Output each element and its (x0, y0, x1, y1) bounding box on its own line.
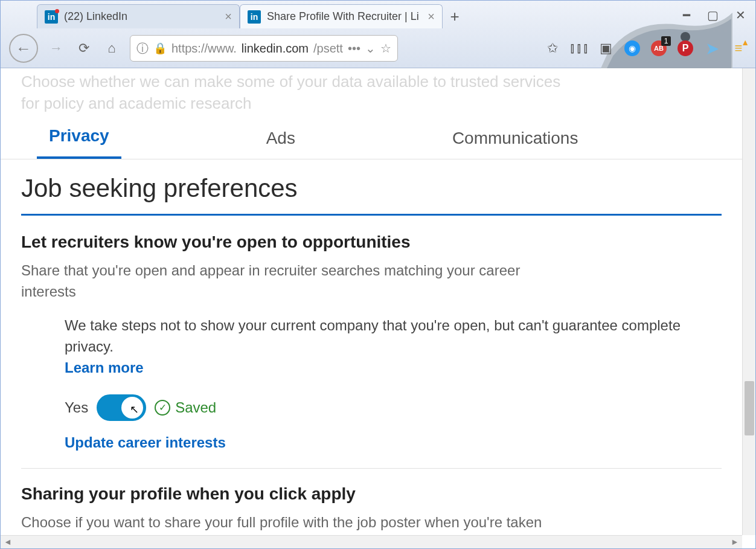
library-star-icon[interactable]: ✩ (544, 40, 561, 57)
tab-label: Share Profile With Recruiter | Li (267, 10, 421, 23)
close-tab-icon[interactable]: × (428, 10, 435, 24)
toggle-knob (121, 397, 143, 419)
nav-toolbar: ← → ⟳ ⌂ ⓘ 🔒 https://www.linkedin.com/pse… (1, 28, 755, 68)
url-host: linkedin.com (242, 42, 309, 56)
section-open-opportunities-title: Let recruiters know you're open to oppor… (21, 233, 722, 252)
scrollbar-thumb[interactable] (745, 381, 754, 435)
horizontal-scrollbar[interactable]: ◄ ► (1, 535, 742, 548)
url-path: /psett (313, 42, 343, 56)
close-tab-icon[interactable]: × (225, 10, 232, 24)
tab-ads[interactable]: Ads (254, 129, 307, 159)
saved-label: Saved (175, 399, 216, 416)
reload-button[interactable]: ⟳ (74, 39, 94, 58)
home-button[interactable]: ⌂ (102, 39, 121, 58)
toolbar-icons: ✩ ⫿⫿⫿ ▣ ◉ AB1 P ➤ ≡▲ (544, 40, 747, 57)
sidebar-icon[interactable]: ▣ (597, 40, 614, 57)
info-icon[interactable]: ⓘ (136, 40, 149, 57)
section-open-opportunities-desc: Share that you're open and appear in rec… (21, 260, 546, 303)
minimize-button[interactable]: ━ (683, 8, 690, 22)
faded-prev-section: Choose whether we can make some of your … (1, 68, 742, 117)
pocket-icon[interactable]: ⌄ (365, 41, 376, 56)
maximize-button[interactable]: ▢ (707, 8, 719, 22)
vertical-scrollbar[interactable] (742, 68, 755, 535)
back-button[interactable]: ← (9, 34, 38, 63)
toggle-label: Yes (65, 399, 88, 416)
url-prefix: https://www. (171, 42, 237, 56)
cursor-extension-icon[interactable]: ➤ (703, 40, 720, 57)
page-viewport: Choose whether we can make some of your … (1, 68, 742, 535)
library-icon[interactable]: ⫿⫿⫿ (571, 40, 588, 57)
linkedin-icon: in (45, 10, 58, 24)
tab-share-profile[interactable]: in Share Profile With Recruiter | Li × (240, 4, 443, 28)
tab-privacy[interactable]: Privacy (37, 126, 121, 159)
tab-label: (22) LinkedIn (64, 10, 219, 23)
forward-button[interactable]: → (46, 39, 66, 58)
check-circle-icon: ✓ (155, 400, 170, 416)
privacy-note: We take steps not to show your current c… (21, 315, 722, 378)
new-tab-button[interactable]: + (443, 4, 467, 28)
settings-tabs: Privacy Ads Communications (1, 120, 742, 159)
section-sharing-title: Sharing your profile when you click appl… (21, 484, 722, 504)
divider (21, 468, 722, 469)
adblock-icon[interactable]: AB1 (650, 40, 667, 57)
address-bar[interactable]: ⓘ 🔒 https://www.linkedin.com/psett ••• ⌄… (130, 35, 398, 62)
tab-strip: in (22) LinkedIn × in Share Profile With… (1, 1, 755, 28)
zoom-extension-icon[interactable]: ◉ (624, 40, 641, 57)
settings-content: Job seeking preferences Let recruiters k… (1, 159, 742, 535)
tab-communications[interactable]: Communications (440, 129, 591, 159)
update-career-interests-link[interactable]: Update career interests (21, 434, 722, 451)
window-controls: ━ ▢ ✕ (683, 8, 746, 22)
page-actions-icon[interactable]: ••• (348, 42, 360, 56)
open-opportunities-toggle[interactable]: ↖ (97, 394, 146, 421)
page-title: Job seeking preferences (21, 174, 722, 216)
menu-alert-icon[interactable]: ≡▲ (730, 40, 747, 57)
star-icon[interactable]: ☆ (380, 41, 391, 56)
tab-linkedin-inbox[interactable]: in (22) LinkedIn × (37, 4, 240, 28)
learn-more-link[interactable]: Learn more (65, 359, 144, 376)
saved-indicator: ✓ Saved (155, 399, 216, 416)
lock-icon: 🔒 (153, 42, 167, 55)
browser-chrome: ━ ▢ ✕ in (22) LinkedIn × in Share Profil… (1, 1, 755, 68)
linkedin-icon: in (248, 10, 261, 24)
scroll-right-icon[interactable]: ► (729, 536, 741, 548)
section-sharing-desc: Choose if you want to share your full pr… (21, 512, 546, 535)
pinterest-icon[interactable]: P (677, 40, 694, 57)
scroll-left-icon[interactable]: ◄ (2, 536, 14, 548)
close-window-button[interactable]: ✕ (735, 8, 746, 22)
open-opportunities-toggle-row: Yes ↖ ✓ Saved (21, 394, 722, 421)
